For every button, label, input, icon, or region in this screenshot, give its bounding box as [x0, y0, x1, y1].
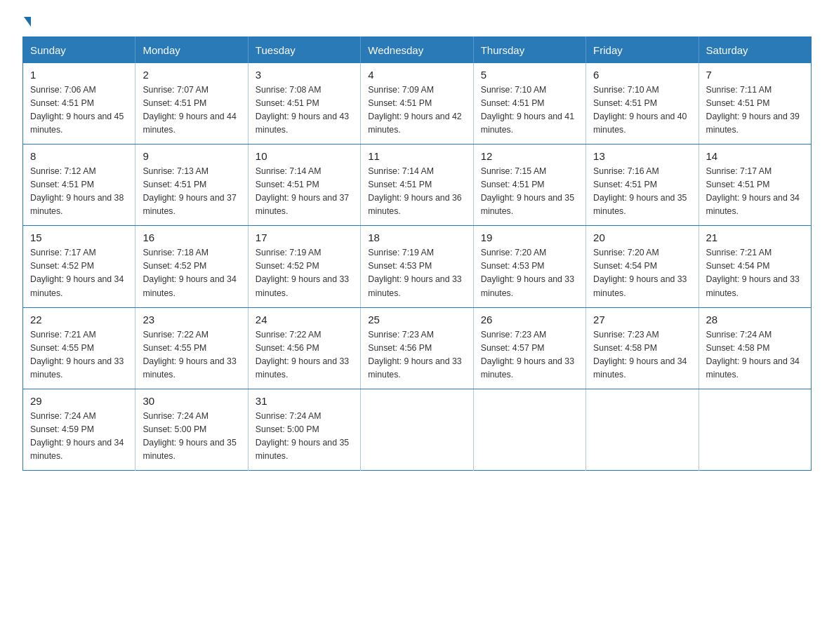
- calendar-cell: 14 Sunrise: 7:17 AMSunset: 4:51 PMDaylig…: [699, 145, 811, 226]
- calendar-cell: 18 Sunrise: 7:19 AMSunset: 4:53 PMDaylig…: [361, 226, 473, 307]
- day-number: 19: [481, 232, 578, 243]
- day-number: 15: [30, 232, 128, 243]
- day-info: Sunrise: 7:11 AMSunset: 4:51 PMDaylight:…: [706, 85, 800, 135]
- day-info: Sunrise: 7:24 AMSunset: 4:58 PMDaylight:…: [706, 330, 800, 380]
- calendar-cell: [361, 389, 473, 470]
- calendar-cell: 13 Sunrise: 7:16 AMSunset: 4:51 PMDaylig…: [586, 145, 699, 226]
- calendar-cell: 25 Sunrise: 7:23 AMSunset: 4:56 PMDaylig…: [361, 307, 473, 389]
- calendar-cell: 30 Sunrise: 7:24 AMSunset: 5:00 PMDaylig…: [135, 389, 248, 470]
- calendar-cell: 11 Sunrise: 7:14 AMSunset: 4:51 PMDaylig…: [361, 145, 473, 226]
- calendar-week-row: 29 Sunrise: 7:24 AMSunset: 4:59 PMDaylig…: [23, 389, 812, 470]
- day-of-week-header: Monday: [135, 37, 248, 64]
- calendar-cell: 9 Sunrise: 7:13 AMSunset: 4:51 PMDayligh…: [135, 145, 248, 226]
- day-info: Sunrise: 7:24 AMSunset: 4:59 PMDaylight:…: [30, 411, 124, 461]
- calendar-cell: 16 Sunrise: 7:18 AMSunset: 4:52 PMDaylig…: [135, 226, 248, 307]
- day-number: 22: [30, 314, 128, 326]
- calendar-cell: 27 Sunrise: 7:23 AMSunset: 4:58 PMDaylig…: [586, 307, 699, 389]
- day-info: Sunrise: 7:12 AMSunset: 4:51 PMDaylight:…: [30, 166, 124, 216]
- calendar-cell: 10 Sunrise: 7:14 AMSunset: 4:51 PMDaylig…: [248, 145, 360, 226]
- calendar-cell: 4 Sunrise: 7:09 AMSunset: 4:51 PMDayligh…: [361, 63, 473, 145]
- day-of-week-header: Wednesday: [361, 37, 473, 64]
- calendar-cell: 24 Sunrise: 7:22 AMSunset: 4:56 PMDaylig…: [248, 307, 360, 389]
- day-info: Sunrise: 7:19 AMSunset: 4:52 PMDaylight:…: [256, 248, 349, 297]
- day-of-week-header: Thursday: [473, 37, 585, 64]
- day-info: Sunrise: 7:23 AMSunset: 4:57 PMDaylight:…: [481, 330, 574, 380]
- day-info: Sunrise: 7:08 AMSunset: 4:51 PMDaylight:…: [256, 85, 349, 135]
- calendar-cell: 20 Sunrise: 7:20 AMSunset: 4:54 PMDaylig…: [586, 226, 699, 307]
- day-number: 26: [481, 314, 578, 326]
- calendar-header-row: SundayMondayTuesdayWednesdayThursdayFrid…: [23, 37, 812, 64]
- day-number: 16: [143, 232, 240, 243]
- calendar-table: SundayMondayTuesdayWednesdayThursdayFrid…: [22, 36, 812, 471]
- day-number: 3: [256, 69, 353, 81]
- day-number: 7: [706, 69, 804, 81]
- calendar-cell: 31 Sunrise: 7:24 AMSunset: 5:00 PMDaylig…: [248, 389, 360, 470]
- calendar-cell: 1 Sunrise: 7:06 AMSunset: 4:51 PMDayligh…: [23, 63, 135, 145]
- day-number: 29: [30, 395, 128, 407]
- day-number: 1: [30, 69, 128, 81]
- calendar-cell: [586, 389, 699, 470]
- day-number: 6: [593, 69, 691, 81]
- day-info: Sunrise: 7:21 AMSunset: 4:55 PMDaylight:…: [30, 330, 124, 380]
- calendar-cell: 6 Sunrise: 7:10 AMSunset: 4:51 PMDayligh…: [586, 63, 699, 145]
- day-info: Sunrise: 7:09 AMSunset: 4:51 PMDaylight:…: [368, 85, 461, 135]
- calendar-cell: 12 Sunrise: 7:15 AMSunset: 4:51 PMDaylig…: [473, 145, 585, 226]
- day-number: 28: [706, 314, 804, 326]
- calendar-week-row: 8 Sunrise: 7:12 AMSunset: 4:51 PMDayligh…: [23, 145, 812, 226]
- day-number: 2: [143, 69, 240, 81]
- day-info: Sunrise: 7:20 AMSunset: 4:54 PMDaylight:…: [593, 248, 687, 297]
- day-number: 31: [256, 395, 353, 407]
- day-info: Sunrise: 7:10 AMSunset: 4:51 PMDaylight:…: [481, 85, 574, 135]
- day-number: 11: [368, 150, 465, 162]
- day-info: Sunrise: 7:17 AMSunset: 4:51 PMDaylight:…: [706, 166, 800, 216]
- day-info: Sunrise: 7:17 AMSunset: 4:52 PMDaylight:…: [30, 248, 124, 297]
- day-info: Sunrise: 7:23 AMSunset: 4:56 PMDaylight:…: [368, 330, 461, 380]
- calendar-week-row: 1 Sunrise: 7:06 AMSunset: 4:51 PMDayligh…: [23, 63, 812, 145]
- day-number: 23: [143, 314, 240, 326]
- day-info: Sunrise: 7:20 AMSunset: 4:53 PMDaylight:…: [481, 248, 574, 297]
- day-number: 24: [256, 314, 353, 326]
- day-info: Sunrise: 7:07 AMSunset: 4:51 PMDaylight:…: [143, 85, 236, 135]
- day-of-week-header: Sunday: [23, 37, 135, 64]
- day-info: Sunrise: 7:10 AMSunset: 4:51 PMDaylight:…: [593, 85, 687, 135]
- logo-arrow-icon: [24, 17, 31, 27]
- day-info: Sunrise: 7:13 AMSunset: 4:51 PMDaylight:…: [143, 166, 236, 216]
- day-number: 30: [143, 395, 240, 407]
- calendar-cell: 3 Sunrise: 7:08 AMSunset: 4:51 PMDayligh…: [248, 63, 360, 145]
- day-of-week-header: Friday: [586, 37, 699, 64]
- calendar-cell: 7 Sunrise: 7:11 AMSunset: 4:51 PMDayligh…: [699, 63, 811, 145]
- day-info: Sunrise: 7:22 AMSunset: 4:56 PMDaylight:…: [256, 330, 349, 380]
- calendar-cell: 26 Sunrise: 7:23 AMSunset: 4:57 PMDaylig…: [473, 307, 585, 389]
- day-info: Sunrise: 7:24 AMSunset: 5:00 PMDaylight:…: [143, 411, 236, 461]
- day-number: 17: [256, 232, 353, 243]
- calendar-cell: 8 Sunrise: 7:12 AMSunset: 4:51 PMDayligh…: [23, 145, 135, 226]
- day-number: 12: [481, 150, 578, 162]
- calendar-cell: 2 Sunrise: 7:07 AMSunset: 4:51 PMDayligh…: [135, 63, 248, 145]
- day-number: 8: [30, 150, 128, 162]
- calendar-cell: 29 Sunrise: 7:24 AMSunset: 4:59 PMDaylig…: [23, 389, 135, 470]
- day-info: Sunrise: 7:16 AMSunset: 4:51 PMDaylight:…: [593, 166, 687, 216]
- calendar-cell: 5 Sunrise: 7:10 AMSunset: 4:51 PMDayligh…: [473, 63, 585, 145]
- day-number: 21: [706, 232, 804, 243]
- calendar-cell: 22 Sunrise: 7:21 AMSunset: 4:55 PMDaylig…: [23, 307, 135, 389]
- day-info: Sunrise: 7:18 AMSunset: 4:52 PMDaylight:…: [143, 248, 236, 297]
- day-info: Sunrise: 7:19 AMSunset: 4:53 PMDaylight:…: [368, 248, 461, 297]
- logo-general-text: [22, 17, 31, 27]
- page-header: [22, 17, 812, 24]
- calendar-week-row: 15 Sunrise: 7:17 AMSunset: 4:52 PMDaylig…: [23, 226, 812, 307]
- day-info: Sunrise: 7:14 AMSunset: 4:51 PMDaylight:…: [368, 166, 461, 216]
- day-info: Sunrise: 7:22 AMSunset: 4:55 PMDaylight:…: [143, 330, 236, 380]
- day-of-week-header: Saturday: [699, 37, 811, 64]
- day-info: Sunrise: 7:21 AMSunset: 4:54 PMDaylight:…: [706, 248, 800, 297]
- calendar-cell: 15 Sunrise: 7:17 AMSunset: 4:52 PMDaylig…: [23, 226, 135, 307]
- logo: [22, 17, 31, 24]
- calendar-cell: 17 Sunrise: 7:19 AMSunset: 4:52 PMDaylig…: [248, 226, 360, 307]
- calendar-cell: 21 Sunrise: 7:21 AMSunset: 4:54 PMDaylig…: [699, 226, 811, 307]
- day-number: 10: [256, 150, 353, 162]
- day-info: Sunrise: 7:15 AMSunset: 4:51 PMDaylight:…: [481, 166, 574, 216]
- calendar-cell: 28 Sunrise: 7:24 AMSunset: 4:58 PMDaylig…: [699, 307, 811, 389]
- calendar-cell: 23 Sunrise: 7:22 AMSunset: 4:55 PMDaylig…: [135, 307, 248, 389]
- calendar-week-row: 22 Sunrise: 7:21 AMSunset: 4:55 PMDaylig…: [23, 307, 812, 389]
- day-number: 14: [706, 150, 804, 162]
- day-number: 9: [143, 150, 240, 162]
